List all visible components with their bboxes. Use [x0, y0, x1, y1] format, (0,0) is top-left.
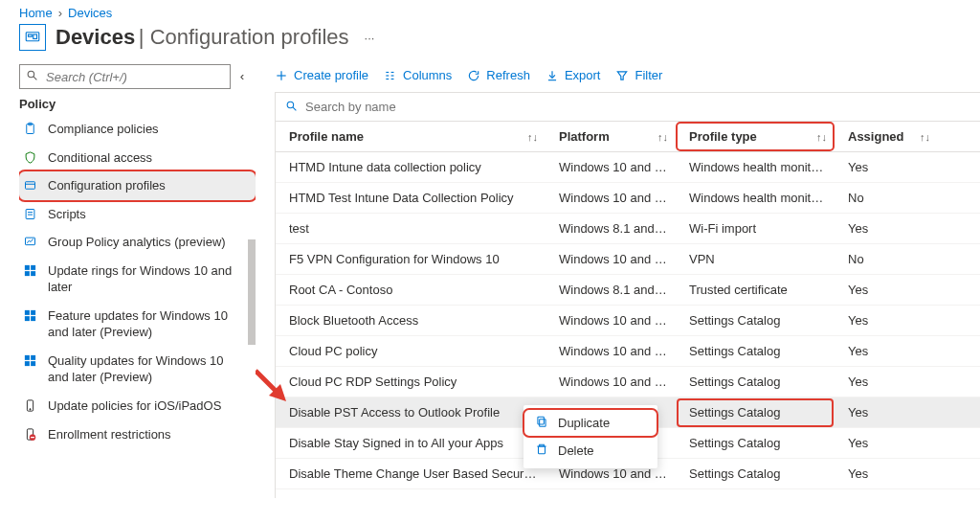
sidebar-item-compliance[interactable]: Compliance policies [19, 115, 256, 144]
windows-icon [21, 263, 38, 278]
svg-rect-24 [31, 361, 35, 366]
svg-rect-9 [26, 209, 34, 218]
sidebar-item-configuration-profiles[interactable]: Configuration profiles [19, 171, 256, 200]
search-icon [26, 69, 38, 84]
windows-icon [21, 353, 38, 368]
svg-rect-16 [31, 271, 35, 276]
sidebar: ‹‹ Policy Compliance policies Conditiona… [0, 64, 256, 498]
header-platform[interactable]: Platform↑↓ [546, 122, 676, 151]
table-row[interactable]: Cloud PC RDP Settings PolicyWindows 10 a… [276, 367, 980, 397]
clipboard-icon [21, 122, 38, 136]
toolbar: Create profile Columns Refresh Export Fi… [275, 64, 980, 92]
restriction-icon [21, 427, 38, 442]
svg-rect-13 [24, 265, 29, 270]
table-row[interactable]: F5 VPN Configuration for Windows 10Windo… [276, 244, 980, 275]
shield-icon [21, 150, 38, 165]
svg-rect-1 [29, 34, 33, 36]
svg-marker-40 [618, 71, 627, 79]
sidebar-item-scripts[interactable]: Scripts [19, 200, 256, 229]
sort-icon: ↑↓ [816, 131, 827, 143]
sidebar-search-input[interactable] [44, 69, 224, 85]
analytics-icon [21, 235, 38, 249]
sidebar-scrollbar[interactable] [248, 110, 256, 498]
table-row[interactable]: Root CA - ContosoWindows 8.1 and laterTr… [276, 275, 980, 306]
svg-point-41 [287, 102, 294, 108]
more-button[interactable]: ··· [359, 31, 381, 45]
devices-icon [19, 24, 46, 51]
svg-rect-46 [538, 417, 544, 424]
profile-icon [21, 178, 38, 193]
svg-rect-47 [539, 446, 546, 454]
breadcrumb-devices[interactable]: Devices [68, 6, 112, 20]
chevron-right-icon: › [58, 6, 62, 20]
table-row[interactable]: Block Bluetooth AccessWindows 10 and lat… [276, 306, 980, 336]
svg-point-26 [29, 409, 30, 410]
sidebar-item-quality-updates[interactable]: Quality updates for Windows 10 and later… [19, 347, 256, 392]
annotation-arrow [256, 365, 292, 410]
sidebar-item-enrollment[interactable]: Enrollment restrictions [19, 420, 256, 449]
search-icon [285, 100, 298, 115]
table-row[interactable]: testWindows 8.1 and laterWi-Fi importYes [276, 214, 980, 244]
svg-rect-22 [31, 355, 35, 360]
main-content: Create profile Columns Refresh Export Fi… [256, 64, 980, 498]
sort-icon: ↑↓ [657, 131, 668, 143]
svg-rect-7 [25, 182, 34, 190]
page-title: Devices | Configuration profiles ··· [0, 20, 980, 64]
table-row[interactable]: HTMD Intune data collection policyWindow… [276, 152, 980, 183]
refresh-button[interactable]: Refresh [467, 68, 530, 82]
title-sub: | Configuration profiles [139, 25, 349, 49]
sidebar-item-update-rings[interactable]: Update rings for Windows 10 and later [19, 257, 256, 302]
context-duplicate[interactable]: Duplicate [523, 409, 657, 437]
columns-button[interactable]: Columns [384, 68, 452, 82]
breadcrumb: Home › Devices [0, 6, 980, 20]
svg-rect-21 [24, 355, 29, 360]
create-profile-button[interactable]: Create profile [275, 68, 368, 82]
sidebar-search[interactable] [19, 64, 231, 89]
collapse-sidebar-icon[interactable]: ‹‹ [240, 70, 246, 83]
sidebar-item-ios-update[interactable]: Update policies for iOS/iPadOS [19, 392, 256, 420]
grid-search[interactable] [276, 93, 980, 122]
svg-rect-17 [24, 310, 29, 315]
svg-point-3 [28, 71, 34, 78]
grid-search-input[interactable] [303, 99, 970, 115]
svg-rect-18 [31, 310, 35, 315]
breadcrumb-home[interactable]: Home [19, 6, 53, 20]
svg-line-4 [33, 77, 36, 79]
filter-button[interactable]: Filter [615, 68, 662, 82]
section-label: Policy [19, 89, 256, 115]
header-profile-type[interactable]: Profile type↑↓ [676, 122, 835, 151]
svg-rect-19 [24, 316, 29, 321]
sort-icon: ↑↓ [920, 131, 930, 143]
svg-rect-20 [31, 316, 35, 321]
duplicate-icon [535, 415, 548, 431]
header-profile-name[interactable]: Profile name↑↓ [276, 122, 546, 151]
sort-icon: ↑↓ [527, 131, 538, 143]
context-menu: Duplicate Delete [523, 405, 657, 468]
grid-header: Profile name↑↓ Platform↑↓ Profile type↑↓… [276, 122, 980, 152]
svg-rect-15 [24, 271, 29, 276]
sidebar-item-gpo-analytics[interactable]: Group Policy analytics (preview) [19, 228, 256, 257]
script-icon [21, 207, 38, 221]
sidebar-item-feature-updates[interactable]: Feature updates for Windows 10 and later… [19, 302, 256, 347]
svg-rect-2 [33, 34, 37, 39]
table-row[interactable]: HTMD Test Intune Data Collection PolicyW… [276, 183, 980, 214]
header-assigned[interactable]: Assigned↑↓ [835, 122, 938, 151]
sidebar-item-conditional[interactable]: Conditional access [19, 144, 256, 172]
title-main: Devices [56, 25, 135, 49]
svg-rect-45 [540, 420, 546, 427]
context-delete[interactable]: Delete [523, 437, 657, 465]
phone-icon [21, 398, 38, 413]
svg-line-42 [293, 107, 296, 110]
delete-icon [535, 443, 548, 459]
svg-rect-23 [24, 361, 29, 366]
windows-icon [21, 308, 38, 323]
svg-rect-14 [31, 265, 35, 270]
table-row[interactable]: Cloud PC policyWindows 10 and laterSetti… [276, 336, 980, 367]
export-button[interactable]: Export [546, 68, 601, 82]
